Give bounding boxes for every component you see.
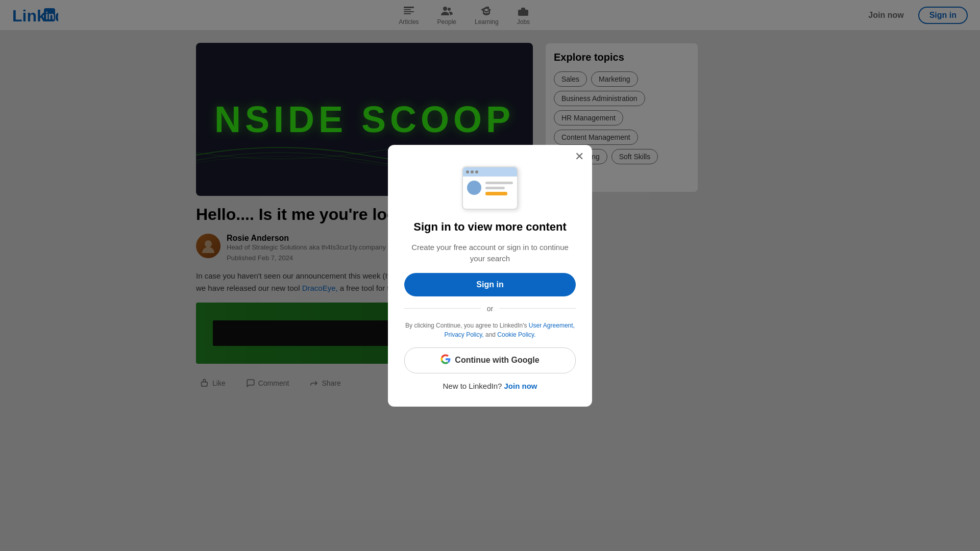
card-lines (485, 181, 513, 195)
modal-sign-in-button[interactable]: Sign in (404, 273, 576, 296)
card-line-1 (485, 182, 513, 184)
modal-overlay[interactable]: ✕ Sign in to view more c (0, 0, 980, 551)
card-body (463, 177, 517, 199)
modal: ✕ Sign in to view more c (388, 145, 592, 407)
modal-illustration (459, 161, 521, 212)
continue-with-google-button[interactable]: Continue with Google (404, 347, 576, 373)
join-now-link[interactable]: Join now (504, 382, 537, 390)
or-divider: or (404, 305, 576, 313)
card-line-3 (485, 192, 507, 195)
or-line-left (404, 308, 481, 309)
modal-subtitle: Create your free account or sign in to c… (404, 242, 576, 265)
or-text: or (487, 305, 493, 313)
cookie-policy-link[interactable]: Cookie Policy. (497, 331, 535, 338)
card-dot-2 (471, 170, 474, 173)
google-icon (440, 354, 451, 367)
card-dot-1 (466, 170, 469, 173)
privacy-policy-link[interactable]: Privacy Policy, (445, 331, 484, 338)
legal-text: By clicking Continue, you agree to Linke… (404, 321, 576, 339)
modal-close-button[interactable]: ✕ (575, 151, 584, 162)
modal-title: Sign in to view more content (413, 220, 566, 234)
card-illustration (462, 166, 518, 210)
or-line-right (499, 308, 576, 309)
join-text: New to LinkedIn? Join now (443, 382, 537, 390)
card-dot-3 (475, 170, 478, 173)
card-avatar (467, 181, 481, 195)
user-agreement-link[interactable]: User Agreement, (529, 322, 575, 329)
card-line-2 (485, 187, 505, 189)
card-top-bar (463, 167, 517, 177)
